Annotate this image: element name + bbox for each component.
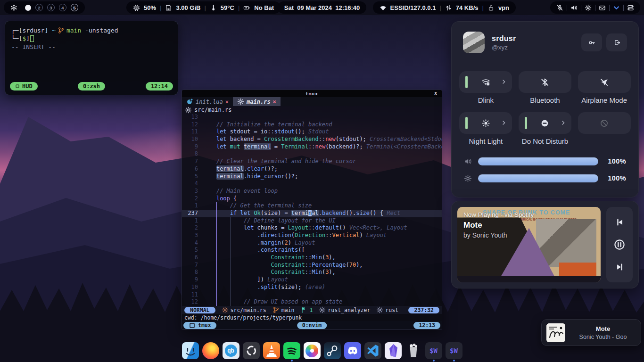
tray-mic-muted-button[interactable] xyxy=(553,4,567,11)
toggle-airplane-mode[interactable] xyxy=(578,71,631,93)
dock: qb$W$W xyxy=(0,342,644,362)
night-light-icon xyxy=(481,119,490,128)
dock-item-qbittorrent[interactable]: qb xyxy=(223,342,239,362)
tmux-window-pill[interactable]: 0:nvim xyxy=(297,322,327,329)
tab-init-lua[interactable]: init.lua × xyxy=(182,97,233,106)
statusbar-session-pill[interactable]: 0:zsh xyxy=(78,82,105,90)
chevron-right-button[interactable] xyxy=(501,120,507,126)
brightness-icon xyxy=(464,174,472,182)
statusline-file: src/main.rs xyxy=(222,306,266,313)
pause-button[interactable] xyxy=(614,239,625,250)
code-area[interactable]: 1312 // Initialize the terminal backend1… xyxy=(182,114,442,306)
dock-item-vlc[interactable] xyxy=(263,342,280,362)
workspace-3[interactable]: 3 xyxy=(47,4,55,11)
prompt-git-status: -unstaged xyxy=(81,26,118,34)
tab-close-icon[interactable]: × xyxy=(225,99,229,105)
code-line: 11 xyxy=(182,291,442,299)
now-playing-header: Now Playing - via Spotify xyxy=(463,211,534,218)
dock-item-steam[interactable] xyxy=(324,342,341,362)
toggle-do-not-disturb[interactable] xyxy=(519,112,571,134)
tab-main-rs[interactable]: main.rs × xyxy=(233,97,281,106)
dock-item-spotify[interactable] xyxy=(283,342,300,362)
code-line: 10 let backend = CrosstermBackend::new(s… xyxy=(182,136,442,143)
chevron-right-icon xyxy=(560,120,566,126)
media-player-card: SHAPE OF PUNK TO COME A CHIMERICAL BOMBI… xyxy=(451,201,639,288)
dock-item-obsidian[interactable] xyxy=(385,342,402,362)
toggle-night-light[interactable] xyxy=(459,112,512,134)
workspace-module: 2345 xyxy=(4,1,85,14)
quick-settings-icon xyxy=(627,4,634,11)
breadcrumb: src/main.rs xyxy=(182,106,442,114)
key-button[interactable] xyxy=(581,33,602,51)
battery-icon xyxy=(243,4,250,11)
tray-quick-settings-button[interactable] xyxy=(624,4,637,11)
tmux-session-pill[interactable]: tmux xyxy=(183,322,216,329)
rust-icon xyxy=(185,107,192,114)
lua-moon-icon xyxy=(186,98,193,105)
terminal-window[interactable]: ┌─[srdusr] ~main -unstaged └─[$] -- INSE… xyxy=(5,21,178,95)
logout-icon xyxy=(613,39,620,46)
dock-item-discord[interactable] xyxy=(344,342,361,362)
flag-icon xyxy=(300,306,307,313)
temperature-icon xyxy=(210,4,217,11)
clock-module[interactable]: Sat 09 Mar 2024 12:16:40 xyxy=(278,1,366,14)
divider: | xyxy=(160,4,161,11)
network-module[interactable]: ESSID/127.0.0.1 | 74 KB/s | vpn xyxy=(373,1,516,14)
tray-tray-mail-button[interactable] xyxy=(595,4,609,11)
dock-item-firefox[interactable] xyxy=(202,342,219,362)
dock-item-vscode[interactable] xyxy=(364,342,381,362)
notification-title: Mote xyxy=(570,325,636,332)
next-button[interactable] xyxy=(615,263,624,272)
tray-chevron-down-button[interactable] xyxy=(610,4,623,11)
speaker-slider[interactable] xyxy=(478,157,598,165)
dock-item-obs[interactable] xyxy=(243,342,260,362)
top-bar: 2345 50% | 3.00 GiB | 59°C | No Bat Sat … xyxy=(0,0,644,15)
toggle-bluetooth[interactable] xyxy=(519,71,571,93)
tray-speaker-button[interactable] xyxy=(567,4,581,11)
running-indicator xyxy=(230,360,232,362)
chevron-right-button[interactable] xyxy=(560,120,566,126)
track-artist: by Sonic Youth xyxy=(463,231,507,239)
square-icon xyxy=(189,322,196,329)
dock-item-file-manager[interactable] xyxy=(182,342,199,362)
dock-item-photos[interactable] xyxy=(304,342,321,362)
ram-icon xyxy=(165,4,172,11)
tmux-statusbar: tmux 0:nvim 12:13 xyxy=(182,321,442,329)
workspace-1[interactable] xyxy=(25,5,31,11)
window-titlebar[interactable]: tmux x xyxy=(182,90,442,97)
code-line: 4 xyxy=(182,180,442,188)
workspace-2[interactable]: 2 xyxy=(35,4,43,11)
track-title: Mote xyxy=(463,221,482,230)
code-line: 7 Constraint::Percentage(70), xyxy=(182,262,442,269)
divider: | xyxy=(238,4,239,11)
logout-button[interactable] xyxy=(606,33,627,51)
toggle-blocked[interactable] xyxy=(578,112,631,134)
chevron-right-button[interactable] xyxy=(501,79,507,85)
brightness-slider[interactable] xyxy=(478,174,598,182)
dock-item-script-sw-2[interactable]: $W xyxy=(446,342,462,362)
previous-button[interactable] xyxy=(615,218,624,227)
notification-album-thumb xyxy=(546,323,565,342)
code-line: 5 .constraints([ xyxy=(182,247,442,254)
tray-settings-button[interactable] xyxy=(581,4,595,11)
blocked-icon xyxy=(600,119,609,128)
rust-icon xyxy=(237,98,244,105)
editor-window[interactable]: tmux x init.lua × main.rs × src/main.rs … xyxy=(182,90,442,330)
toggle-dlink[interactable] xyxy=(459,71,512,93)
workspace-4[interactable]: 4 xyxy=(59,4,66,11)
workspace-5[interactable]: 5 xyxy=(71,4,78,11)
system-stats-module[interactable]: 50% | 3.00 GiB | 59°C | No Bat xyxy=(126,1,281,14)
dock-item-trash[interactable] xyxy=(405,342,422,362)
code-line: 13 xyxy=(182,114,442,121)
prompt-line-2: └─[$] xyxy=(11,34,172,42)
nvim-statusline: NORMAL src/main.rs main 1 rust_analyzer … xyxy=(182,306,442,314)
running-indicator xyxy=(372,360,374,362)
workspace-switcher: 2345 xyxy=(25,4,78,11)
tab-close-icon[interactable]: × xyxy=(273,99,276,105)
statusbar-hud-pill[interactable]: HUD xyxy=(10,82,38,90)
square-icon xyxy=(15,84,20,89)
cpu-icon xyxy=(133,4,140,11)
window-close-button[interactable]: x xyxy=(434,90,438,96)
statusline-branch: main xyxy=(272,306,295,313)
dock-item-script-sw-1[interactable]: $W xyxy=(425,342,442,362)
